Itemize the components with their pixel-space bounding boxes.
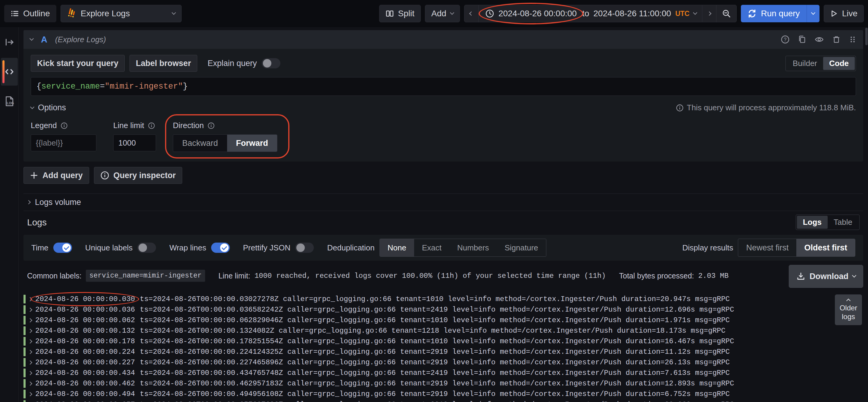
expand-row-icon[interactable] bbox=[29, 382, 32, 385]
expand-row-icon[interactable] bbox=[29, 319, 32, 322]
legend-input[interactable] bbox=[31, 135, 96, 151]
query-inspector-button[interactable]: Query inspector bbox=[94, 167, 182, 184]
direction-forward-option[interactable]: Forward bbox=[227, 135, 277, 151]
direction-backward-option[interactable]: Backward bbox=[173, 135, 227, 151]
log-row[interactable]: 2024-08-26 00:00:00.178 ts=2024-08-26T00… bbox=[24, 336, 863, 347]
outline-icon bbox=[10, 9, 19, 18]
live-button[interactable]: Live bbox=[824, 5, 864, 22]
total-bytes-label: Total bytes processed: bbox=[619, 271, 694, 280]
line-limit-label: Line limit bbox=[113, 121, 144, 130]
logs-volume-section[interactable]: Logs volume bbox=[24, 194, 863, 211]
log-row[interactable]: 2024-08-26 00:00:00.227 ts=2024-08-26T00… bbox=[24, 357, 863, 368]
expand-row-icon[interactable] bbox=[29, 393, 32, 396]
query-editor-panel: A (Explore Logs) ? bbox=[24, 30, 863, 162]
log-row[interactable]: 2024-08-26 00:00:00.062 ts=2024-08-26T00… bbox=[24, 315, 863, 325]
log-level-bar bbox=[24, 295, 26, 304]
chevron-right-icon bbox=[27, 200, 31, 204]
sync-icon bbox=[747, 9, 756, 18]
newest-first-option[interactable]: Newest first bbox=[738, 239, 796, 256]
kick-start-button[interactable]: Kick start your query bbox=[31, 55, 125, 72]
query-expression-input[interactable]: {service_name="mimir-ingester"} bbox=[31, 77, 856, 96]
direction-field: Direction Backward Forward bbox=[173, 121, 277, 152]
label-browser-button[interactable]: Label browser bbox=[129, 55, 197, 72]
collapse-query-icon[interactable] bbox=[30, 36, 34, 41]
eye-icon[interactable] bbox=[814, 35, 824, 44]
dedup-exact-option[interactable]: Exact bbox=[414, 239, 450, 256]
expand-row-icon[interactable] bbox=[29, 329, 32, 333]
add-query-label: Add query bbox=[42, 171, 83, 180]
log-row[interactable]: 2024-08-26 00:00:00.494 ts=2024-08-26T00… bbox=[24, 389, 863, 399]
unique-labels-toggle[interactable] bbox=[137, 242, 156, 253]
builder-mode-tab[interactable]: Builder bbox=[787, 57, 823, 70]
dedup-signature-option[interactable]: Signature bbox=[497, 239, 546, 256]
log-level-bar bbox=[24, 305, 26, 314]
log-row[interactable]: 2024-08-26 00:00:00.657 ts=2024-08-26T00… bbox=[24, 399, 863, 402]
run-query-button[interactable]: Run query bbox=[741, 5, 806, 22]
prettify-json-toggle[interactable] bbox=[295, 242, 314, 253]
log-text: ts=2024-08-26T00:00:00.178251554Z caller… bbox=[140, 337, 734, 345]
log-row[interactable]: 2024-08-26 00:00:00.036 ts=2024-08-26T00… bbox=[24, 304, 863, 315]
expand-row-icon[interactable] bbox=[29, 372, 32, 375]
log-text: ts=2024-08-26T00:00:00.657607696Z caller… bbox=[140, 401, 734, 402]
help-icon[interactable]: ? bbox=[781, 35, 790, 44]
time-shift-back-button[interactable] bbox=[464, 5, 478, 22]
play-icon bbox=[830, 10, 838, 18]
log-text: ts=2024-08-26T00:00:00.227465896Z caller… bbox=[140, 358, 730, 367]
expand-row-icon[interactable] bbox=[29, 361, 32, 364]
table-view-tab[interactable]: Table bbox=[828, 216, 858, 229]
copy-icon[interactable] bbox=[798, 35, 807, 44]
time-shift-forward-button[interactable] bbox=[702, 5, 716, 22]
prettify-json-toggle-label: Prettify JSON bbox=[243, 243, 290, 253]
log-row[interactable]: 2024-08-26 00:00:00.224 ts=2024-08-26T00… bbox=[24, 347, 863, 357]
expr-open-brace: { bbox=[36, 82, 41, 91]
expand-row-icon[interactable] bbox=[29, 340, 32, 343]
sidebar-item-logs-file[interactable]: LOG bbox=[1, 93, 18, 110]
add-query-button[interactable]: Add query bbox=[24, 167, 89, 184]
time-toggle-control: Time bbox=[31, 242, 72, 253]
run-query-label: Run query bbox=[761, 9, 800, 19]
log-row[interactable]: 2024-08-26 00:00:00.462 ts=2024-08-26T00… bbox=[24, 378, 863, 389]
time-from-value: 2024-08-26 00:00:00 bbox=[498, 9, 577, 19]
run-query-caret-button[interactable] bbox=[807, 5, 819, 22]
download-label: Download bbox=[810, 272, 848, 281]
dedup-none-option[interactable]: None bbox=[380, 239, 414, 256]
log-text: ts=2024-08-26T00:00:00.036582242Z caller… bbox=[140, 306, 734, 314]
add-dropdown-button[interactable]: Add bbox=[425, 5, 460, 22]
log-level-bar bbox=[24, 358, 26, 367]
time-range-button[interactable]: 2024-08-26 00:00:00 to 2024-08-26 11:00:… bbox=[478, 5, 702, 22]
wrap-lines-toggle[interactable] bbox=[211, 242, 230, 253]
drag-handle-icon[interactable] bbox=[849, 35, 857, 44]
explain-query-toggle[interactable] bbox=[262, 58, 280, 68]
split-button[interactable]: Split bbox=[379, 5, 421, 22]
time-zoom-out-button[interactable] bbox=[716, 5, 736, 22]
log-level-bar bbox=[24, 369, 26, 377]
log-row[interactable]: 2024-08-26 00:00:00.030 ts=2024-08-26T00… bbox=[24, 294, 863, 304]
outline-button[interactable]: Outline bbox=[4, 5, 56, 22]
expand-row-icon[interactable] bbox=[29, 350, 32, 353]
log-row[interactable]: 2024-08-26 00:00:00.132 ts=2024-08-26T00… bbox=[24, 325, 863, 336]
plus-icon bbox=[30, 171, 38, 180]
query-row-header[interactable]: A (Explore Logs) ? bbox=[24, 30, 863, 49]
time-to-word: to bbox=[582, 9, 589, 19]
log-row[interactable]: 2024-08-26 00:00:00.434 ts=2024-08-26T00… bbox=[24, 368, 863, 378]
log-text: ts=2024-08-26T00:00:00.062829046Z caller… bbox=[140, 316, 730, 324]
older-logs-button[interactable]: Older logs bbox=[835, 294, 862, 325]
add-label: Add bbox=[431, 9, 446, 19]
expand-pane-button[interactable] bbox=[1, 34, 18, 51]
expand-row-icon[interactable] bbox=[29, 298, 32, 301]
logs-view-tab[interactable]: Logs bbox=[797, 216, 828, 229]
oldest-first-option[interactable]: Oldest first bbox=[796, 239, 855, 256]
line-limit-input[interactable] bbox=[113, 135, 156, 151]
sidebar-item-explore[interactable] bbox=[1, 58, 18, 86]
expand-row-icon[interactable] bbox=[29, 308, 32, 311]
query-size-estimate: This query will process approximately 11… bbox=[676, 103, 856, 112]
dedup-numbers-option[interactable]: Numbers bbox=[450, 239, 497, 256]
code-mode-tab[interactable]: Code bbox=[823, 57, 855, 70]
time-toggle[interactable] bbox=[53, 242, 72, 253]
app-picker-dropdown[interactable]: Explore Logs bbox=[61, 5, 182, 22]
unique-labels-toggle-control: Unique labels bbox=[85, 242, 156, 253]
delete-icon[interactable] bbox=[832, 35, 841, 44]
query-actions-row: Add query Query inspector bbox=[24, 167, 863, 184]
svg-text:?: ? bbox=[784, 37, 787, 42]
download-button[interactable]: Download bbox=[789, 265, 863, 288]
